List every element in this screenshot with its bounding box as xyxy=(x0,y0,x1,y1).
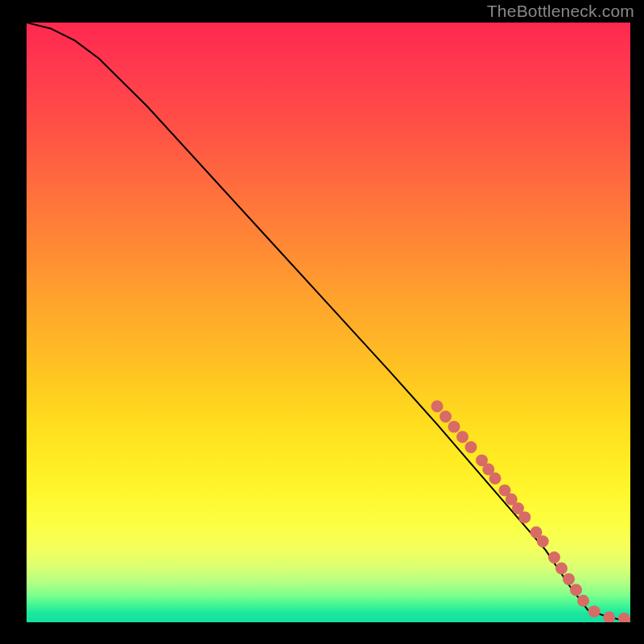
highlight-dot xyxy=(618,613,630,622)
attribution-label: TheBottleneck.com xyxy=(487,2,634,21)
highlight-dot xyxy=(577,595,589,607)
highlight-dot xyxy=(465,441,477,453)
highlight-dot xyxy=(448,421,460,433)
highlight-dot xyxy=(489,473,502,485)
highlight-dot xyxy=(456,431,469,443)
highlight-dot xyxy=(537,535,549,547)
highlight-dot xyxy=(588,605,601,617)
chart-plot-area xyxy=(27,23,630,622)
highlight-dot xyxy=(570,584,582,596)
highlight-dot xyxy=(518,511,530,523)
highlight-dot xyxy=(563,573,575,585)
highlight-dots xyxy=(431,400,631,622)
highlight-dot xyxy=(431,400,444,412)
highlight-dot xyxy=(548,551,560,564)
highlight-dot xyxy=(555,563,568,575)
highlight-dot xyxy=(440,411,452,423)
highlight-dot xyxy=(603,612,615,622)
